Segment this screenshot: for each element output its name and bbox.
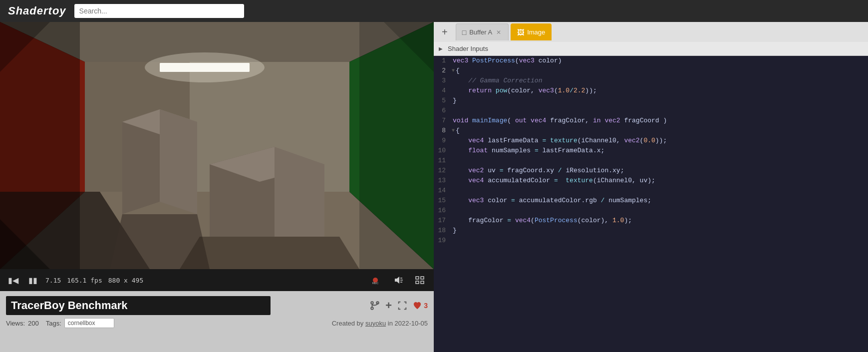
views-tags: Views: 200 Tags:: [6, 318, 114, 328]
fork-button[interactable]: [369, 300, 380, 311]
code-line-10: 10 float numSamples = lastFrameData.x;: [434, 146, 868, 156]
fps-display: 165.1 fps: [67, 277, 102, 284]
controls-bar: ▮◀ ▮▮ 7.15 165.1 fps 880 x 495 REC: [0, 269, 434, 291]
search-input[interactable]: [74, 4, 244, 18]
pause-button[interactable]: ▮▮: [26, 275, 39, 286]
likes-button[interactable]: 3: [413, 301, 428, 310]
code-line-8: 8 ▼ {: [434, 126, 868, 136]
created-text: Created by: [332, 320, 364, 327]
fullscreen-button[interactable]: [412, 275, 428, 286]
left-panel: ▮◀ ▮▮ 7.15 165.1 fps 880 x 495 REC: [0, 22, 434, 352]
code-line-2: 2 ▼ {: [434, 66, 868, 76]
svg-text:REC: REC: [372, 282, 379, 285]
created-date-value: 2022-10-05: [395, 320, 428, 327]
code-line-19: 19: [434, 236, 868, 246]
author-link[interactable]: suyoku: [365, 320, 386, 327]
main-layout: ▮◀ ▮▮ 7.15 165.1 fps 880 x 495 REC: [0, 22, 868, 352]
code-line-16: 16: [434, 206, 868, 216]
svg-rect-30: [416, 277, 419, 279]
render-canvas: [0, 22, 434, 269]
code-line-18: 18 }: [434, 226, 868, 236]
tab-image-label: Image: [527, 28, 545, 36]
code-line-1: 1 vec3 PostProcess(vec3 color): [434, 56, 868, 66]
tabs-bar: + □ Buffer A ✕ 🖼 Image: [434, 22, 868, 42]
shader-inputs-label: Shader Inputs: [448, 45, 488, 52]
svg-point-35: [371, 307, 374, 310]
svg-marker-26: [395, 277, 399, 284]
code-line-6: 6: [434, 106, 868, 116]
likes-count: 3: [424, 302, 428, 310]
shader-inputs-arrow: ▶: [439, 46, 443, 51]
logo: Shadertoy: [8, 4, 66, 17]
tags-label: Tags:: [46, 320, 61, 327]
code-line-3: 3 // Gamma Correction: [434, 76, 868, 86]
add-button[interactable]: +: [385, 299, 392, 312]
code-line-12: 12 vec2 uv = fragCoord.xy / iResolution.…: [434, 166, 868, 176]
buffer-a-icon: □: [462, 28, 466, 36]
tab-buffer-a[interactable]: □ Buffer A ✕: [456, 23, 509, 40]
svg-rect-22: [0, 22, 80, 269]
code-line-5: 5 }: [434, 96, 868, 106]
code-line-9: 9 vec4 lastFrameData = texture(iChannel0…: [434, 136, 868, 146]
info-row: Views: 200 Tags: Created by suyoku in 20…: [6, 318, 428, 328]
info-bar: + 3 V: [0, 291, 434, 352]
svg-marker-13: [160, 109, 197, 214]
action-buttons: + 3: [369, 299, 428, 312]
code-line-4: 4 return pow(color, vec3(1.0/2.2));: [434, 86, 868, 96]
views-label: Views:: [6, 320, 25, 327]
code-editor[interactable]: 1 vec3 PostProcess(vec3 color) 2 ▼ { 3 /…: [434, 56, 868, 352]
record-button[interactable]: REC: [367, 275, 384, 286]
code-line-15: 15 vec3 color = accumulatedColor.rgb / n…: [434, 196, 868, 206]
audio-button[interactable]: [390, 275, 406, 286]
svg-rect-33: [421, 281, 424, 284]
code-line-13: 13 vec4 accumulatedColor = texture(iChan…: [434, 176, 868, 186]
code-line-14: 14: [434, 186, 868, 196]
code-lines: 1 vec3 PostProcess(vec3 color) 2 ▼ { 3 /…: [434, 56, 868, 246]
created-date: in: [388, 320, 395, 327]
image-tab-icon: 🖼: [517, 28, 524, 36]
svg-point-34: [371, 302, 374, 304]
tab-image[interactable]: 🖼 Image: [511, 23, 552, 40]
code-line-11: 11: [434, 156, 868, 166]
svg-rect-32: [416, 281, 419, 284]
svg-rect-23: [359, 22, 434, 269]
svg-marker-18: [180, 237, 359, 269]
views-count: 200: [28, 320, 39, 327]
shader-title-input[interactable]: [6, 296, 271, 315]
topnav: Shadertoy: [0, 0, 868, 22]
edit-button[interactable]: [397, 300, 408, 311]
tags-input[interactable]: [64, 318, 114, 328]
tab-buffer-a-close[interactable]: ✕: [495, 29, 502, 36]
add-tab-button[interactable]: +: [438, 27, 452, 37]
time-display: 7.15: [45, 277, 61, 284]
tab-buffer-a-label: Buffer A: [469, 28, 492, 36]
shader-inputs-row[interactable]: ▶ Shader Inputs: [434, 42, 868, 56]
skip-back-button[interactable]: ▮◀: [6, 275, 20, 286]
created-info: Created by suyoku in 2022-10-05: [332, 320, 428, 327]
preview-area[interactable]: [0, 22, 434, 269]
code-line-7: 7 void mainImage( out vec4 fragColor, in…: [434, 116, 868, 126]
code-line-17: 17 fragColor = vec4(PostProcess(color), …: [434, 216, 868, 226]
resolution-display: 880 x 495: [108, 277, 143, 284]
svg-point-9: [145, 52, 265, 82]
svg-rect-31: [421, 277, 424, 279]
right-panel: + □ Buffer A ✕ 🖼 Image ▶ Shader Inputs: [434, 22, 868, 352]
